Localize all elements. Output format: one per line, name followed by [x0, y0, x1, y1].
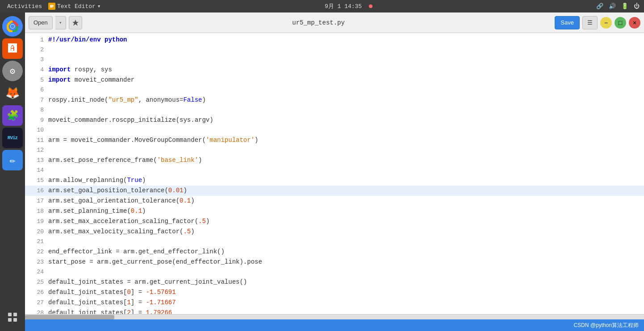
code-line-11: 11 arm = moveit_commander.MoveGroupComma… — [25, 135, 644, 145]
code-content-26[interactable]: default_joint_states[0] = -1.57691 — [48, 287, 644, 297]
code-line-3: 3 — [25, 55, 644, 65]
code-line-20: 20 arm.set_max_velocity_scaling_factor(.… — [25, 227, 644, 237]
code-line-12: 12 — [25, 145, 644, 155]
app-name-label: Text Editor — [57, 3, 96, 10]
code-line-1: 1 #!/usr/bin/env python — [25, 35, 644, 45]
code-content-13[interactable]: arm.set_pose_reference_frame('base_link'… — [48, 155, 644, 165]
line-number-2: 2 — [25, 45, 48, 55]
code-line-6: 6 — [25, 85, 644, 95]
code-content-28[interactable]: default_joint_states[2] = 1.79266 — [48, 308, 644, 314]
editor-icon[interactable]: ✏ — [2, 150, 23, 170]
line-number-27: 27 — [25, 298, 48, 308]
code-content-15[interactable]: arm.allow_replanning(True) — [48, 175, 644, 185]
code-content-27[interactable]: default_joint_states[1] = -1.71667 — [48, 298, 644, 307]
line-number-3: 3 — [25, 55, 48, 65]
line-number-14: 14 — [25, 166, 48, 175]
code-line-9: 9 moveit_commander.roscpp_initialize(sys… — [25, 115, 644, 125]
open-dropdown-button[interactable]: ▾ — [55, 16, 66, 29]
line-number-16: 16 — [25, 186, 48, 196]
software-center-icon[interactable]: 🅰 — [2, 38, 23, 59]
code-line-10: 10 — [25, 125, 644, 135]
code-line-24: 24 — [25, 267, 644, 277]
code-content-19[interactable]: arm.set_max_acceleration_scaling_factor(… — [48, 216, 644, 226]
maximize-button[interactable]: □ — [615, 17, 626, 29]
code-line-28: 28 default_joint_states[2] = 1.79266 — [25, 308, 644, 314]
code-content-25[interactable]: default_joint_states = arm.get_current_j… — [48, 277, 644, 287]
code-content-1[interactable]: #!/usr/bin/env python — [48, 35, 644, 45]
line-number-7: 7 — [25, 95, 48, 105]
code-content-17[interactable]: arm.set_goal_orientation_tolerance(0.1) — [48, 196, 644, 206]
open-button[interactable]: Open — [29, 16, 53, 29]
line-number-26: 26 — [25, 288, 48, 298]
code-line-15: 15 arm.allow_replanning(True) — [25, 175, 644, 186]
code-line-23: 23 start_pose = arm.get_current_pose(end… — [25, 257, 644, 267]
system-bar-left: Activities Text Editor ▾ — [4, 3, 101, 10]
line-number-5: 5 — [25, 75, 48, 85]
code-content-9[interactable]: moveit_commander.roscpp_initialize(sys.a… — [48, 115, 644, 125]
code-line-17: 17 arm.set_goal_orientation_tolerance(0.… — [25, 196, 644, 206]
line-number-15: 15 — [25, 176, 48, 186]
code-line-26: 26 default_joint_states[0] = -1.57691 — [25, 287, 644, 298]
sidebar: 🅰 ⚙ 🦊 🧩 RViz ✏ — [0, 12, 25, 331]
code-content-18[interactable]: arm.set_planning_time(0.1) — [48, 206, 644, 216]
settings-icon[interactable]: ⚙ — [2, 61, 23, 81]
rviz-icon[interactable]: RViz — [2, 128, 23, 148]
editor-container: Open ▾ ur5_mp_test.py Save ☰ − □ × 1 #!/… — [25, 12, 644, 331]
line-number-4: 4 — [25, 65, 48, 75]
line-number-6: 6 — [25, 85, 48, 95]
line-number-21: 21 — [25, 237, 48, 247]
line-number-8: 8 — [25, 105, 48, 115]
line-number-18: 18 — [25, 207, 48, 216]
main-layout: 🅰 ⚙ 🦊 🧩 RViz ✏ Open ▾ — [0, 12, 644, 331]
line-number-19: 19 — [25, 217, 48, 227]
line-number-17: 17 — [25, 196, 48, 206]
line-number-13: 13 — [25, 156, 48, 166]
code-content-7[interactable]: rospy.init_node("ur5_mp", anonymous=Fals… — [48, 95, 644, 105]
svg-rect-7 — [8, 313, 12, 316]
code-content-16[interactable]: arm.set_goal_position_tolerance(0.01) — [48, 186, 644, 195]
toolbar: Open ▾ ur5_mp_test.py Save ☰ − □ × — [25, 12, 644, 33]
chrome-icon[interactable] — [2, 16, 23, 37]
puzzle-icon[interactable]: 🧩 — [2, 105, 23, 126]
power-icon[interactable]: ⏻ — [634, 3, 640, 10]
activities-button[interactable]: Activities — [4, 3, 45, 10]
app-indicator[interactable]: Text Editor ▾ — [48, 3, 101, 10]
toolbar-right: Save ☰ − □ × — [555, 16, 640, 29]
code-line-8: 8 — [25, 105, 644, 115]
line-number-22: 22 — [25, 247, 48, 257]
code-line-2: 2 — [25, 45, 644, 55]
code-content-4[interactable]: import rospy, sys — [48, 65, 644, 74]
hamburger-menu-button[interactable]: ☰ — [582, 16, 598, 29]
volume-icon[interactable]: 🔊 — [609, 3, 616, 10]
svg-rect-10 — [13, 318, 17, 322]
line-number-20: 20 — [25, 227, 48, 237]
battery-icon: 🔋 — [621, 3, 628, 10]
code-line-18: 18 arm.set_planning_time(0.1) — [25, 206, 644, 216]
line-number-1: 1 — [25, 35, 48, 45]
app-dropdown-arrow[interactable]: ▾ — [97, 3, 101, 10]
code-content-22[interactable]: end_effector_link = arm.get_end_effector… — [48, 247, 644, 257]
code-line-16: 16 arm.set_goal_position_tolerance(0.01) — [25, 186, 644, 196]
close-button[interactable]: × — [629, 17, 640, 29]
svg-rect-9 — [8, 318, 12, 322]
code-content-5[interactable]: import moveit_commander — [48, 75, 644, 85]
code-line-21: 21 — [25, 237, 644, 247]
app-grid-icon[interactable] — [2, 307, 23, 327]
code-content-11[interactable]: arm = moveit_commander.MoveGroupCommande… — [48, 135, 644, 145]
save-button[interactable]: Save — [555, 16, 580, 29]
horizontal-scrollbar-thumb[interactable] — [25, 315, 114, 319]
code-line-25: 25 default_joint_states = arm.get_curren… — [25, 277, 644, 287]
code-line-4: 4 import rospy, sys — [25, 65, 644, 75]
code-editor[interactable]: 1 #!/usr/bin/env python 2 3 4 import ros… — [25, 33, 644, 314]
file-title: ur5_mp_test.py — [85, 19, 552, 26]
firefox-icon[interactable]: 🦊 — [2, 83, 23, 103]
datetime-label: 9月 1 14:35 — [325, 3, 362, 10]
code-content-20[interactable]: arm.set_max_velocity_scaling_factor(.5) — [48, 227, 644, 236]
code-line-14: 14 — [25, 166, 644, 175]
minimize-button[interactable]: − — [600, 17, 612, 29]
code-line-7: 7 rospy.init_node("ur5_mp", anonymous=Fa… — [25, 95, 644, 105]
pin-button[interactable] — [69, 16, 82, 29]
horizontal-scrollbar[interactable] — [25, 314, 644, 319]
code-content-23[interactable]: start_pose = arm.get_current_pose(end_ef… — [48, 257, 644, 267]
line-number-25: 25 — [25, 277, 48, 287]
